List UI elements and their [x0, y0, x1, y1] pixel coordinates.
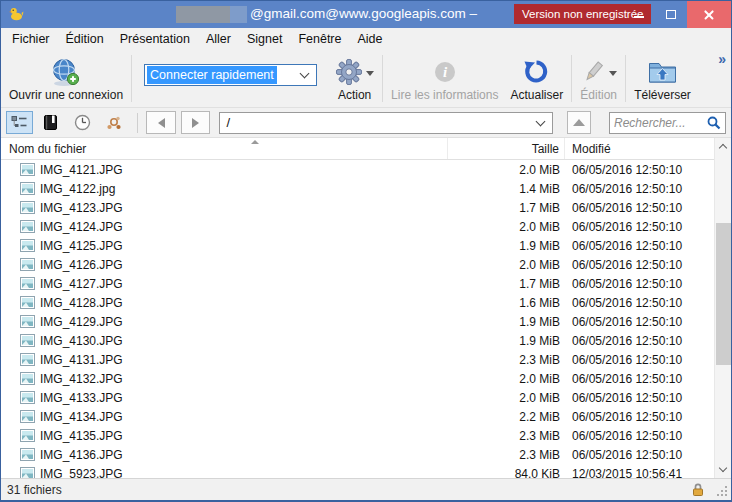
table-row[interactable]: IMG_4130.JPG1.9 MiB06/05/2016 12:50:10 [1, 331, 714, 350]
refresh-button[interactable]: Actualiser [504, 50, 569, 107]
sort-ascending-icon [251, 140, 259, 144]
file-modified: 06/05/2016 12:50:10 [565, 296, 714, 310]
image-file-icon [20, 239, 35, 252]
open-connection-button[interactable]: Ouvrir une connexion [3, 50, 129, 107]
column-header-modified[interactable]: Modifié [565, 138, 714, 159]
column-header-size[interactable]: Taille [448, 138, 565, 159]
back-button[interactable] [146, 111, 175, 134]
history-toggle[interactable] [69, 111, 96, 134]
table-row[interactable]: IMG_4123.JPG1.7 MiB06/05/2016 12:50:10 [1, 198, 714, 217]
table-row[interactable]: IMG_4132.JPG2.0 MiB06/05/2016 12:50:10 [1, 369, 714, 388]
file-modified: 06/05/2016 12:50:10 [565, 334, 714, 348]
file-modified: 06/05/2016 12:50:10 [565, 353, 714, 367]
table-row[interactable]: IMG_5923.JPG84.0 KiB12/03/2015 10:56:41 [1, 464, 714, 478]
table-row[interactable]: IMG_4121.JPG2.0 MiB06/05/2016 12:50:10 [1, 160, 714, 179]
file-size: 2.0 MiB [448, 258, 565, 272]
table-row[interactable]: IMG_4122.jpg1.4 MiB06/05/2016 12:50:10 [1, 179, 714, 198]
forward-button[interactable] [181, 111, 210, 134]
upload-button[interactable]: Téléverser [628, 50, 697, 107]
column-header-name[interactable]: Nom du fichier [1, 138, 448, 159]
file-size: 1.9 MiB [448, 239, 565, 253]
back-icon [158, 118, 165, 128]
maximize-button[interactable] [655, 1, 687, 28]
file-modified: 06/05/2016 12:50:10 [565, 391, 714, 405]
statusbar: 31 fichiers [1, 478, 731, 500]
search-input[interactable] [614, 116, 707, 130]
table-row[interactable]: IMG_4136.JPG2.3 MiB06/05/2016 12:50:10 [1, 445, 714, 464]
file-name: IMG_4134.JPG [40, 410, 123, 424]
forward-icon [192, 118, 199, 128]
edit-button[interactable]: Édition [574, 50, 623, 107]
menu-item[interactable]: Aide [350, 29, 391, 49]
table-row[interactable]: IMG_4133.JPG2.0 MiB06/05/2016 12:50:10 [1, 388, 714, 407]
navigation-bar: / [1, 108, 731, 138]
table-row[interactable]: IMG_4134.JPG2.2 MiB06/05/2016 12:50:10 [1, 407, 714, 426]
minimize-button[interactable] [623, 1, 655, 28]
image-file-icon [20, 258, 35, 271]
quick-connect-combobox[interactable]: Connecter rapidement [144, 64, 317, 86]
file-size: 1.7 MiB [448, 277, 565, 291]
scrollbar-thumb[interactable] [716, 223, 731, 365]
vertical-scrollbar[interactable] [714, 138, 731, 478]
file-size: 1.6 MiB [448, 296, 565, 310]
file-modified: 06/05/2016 12:50:10 [565, 258, 714, 272]
menu-item[interactable]: Présentation [112, 29, 198, 49]
scroll-up-button[interactable] [715, 138, 731, 155]
action-button[interactable]: Action [329, 50, 380, 107]
menu-item[interactable]: Aller [198, 29, 239, 49]
file-name: IMG_4135.JPG [40, 429, 123, 443]
chevron-down-icon [719, 464, 727, 472]
image-file-icon [20, 467, 35, 478]
image-file-icon [20, 220, 35, 233]
table-row[interactable]: IMG_4128.JPG1.6 MiB06/05/2016 12:50:10 [1, 293, 714, 312]
file-name: IMG_4122.jpg [40, 182, 115, 196]
outline-view-toggle[interactable] [6, 111, 33, 134]
path-combobox[interactable]: / [219, 112, 553, 134]
search-field[interactable] [609, 112, 726, 134]
table-row[interactable]: IMG_4129.JPG1.9 MiB06/05/2016 12:50:10 [1, 312, 714, 331]
file-name: IMG_4124.JPG [40, 220, 123, 234]
close-button[interactable] [687, 1, 731, 28]
search-icon [707, 116, 721, 130]
chevron-down-icon [609, 71, 617, 76]
go-up-button[interactable] [567, 111, 591, 134]
table-row[interactable]: IMG_4131.JPG2.3 MiB06/05/2016 12:50:10 [1, 350, 714, 369]
history-icon [74, 114, 91, 131]
toolbar-separator [625, 55, 626, 102]
action-label: Action [338, 88, 371, 102]
cyberduck-duck-icon [9, 6, 24, 21]
file-modified: 06/05/2016 12:50:10 [565, 201, 714, 215]
table-row[interactable]: IMG_4125.JPG1.9 MiB06/05/2016 12:50:10 [1, 236, 714, 255]
menu-item[interactable]: Fichier [4, 29, 58, 49]
scroll-down-button[interactable] [715, 461, 731, 478]
table-row[interactable]: IMG_4126.JPG2.0 MiB06/05/2016 12:50:10 [1, 255, 714, 274]
path-value: / [226, 115, 230, 130]
bookmarks-toggle[interactable] [38, 111, 65, 134]
file-modified: 06/05/2016 12:50:10 [565, 277, 714, 291]
bonjour-toggle[interactable] [101, 111, 128, 134]
image-file-icon [20, 448, 35, 461]
table-row[interactable]: IMG_4127.JPG1.7 MiB06/05/2016 12:50:10 [1, 274, 714, 293]
resize-grip[interactable] [717, 486, 728, 497]
table-row[interactable]: IMG_4135.JPG2.3 MiB06/05/2016 12:50:10 [1, 426, 714, 445]
file-size: 2.0 MiB [448, 372, 565, 386]
table-row[interactable]: IMG_4124.JPG2.0 MiB06/05/2016 12:50:10 [1, 217, 714, 236]
file-name: IMG_4128.JPG [40, 296, 123, 310]
image-file-icon [20, 391, 35, 404]
file-name: IMG_4127.JPG [40, 277, 123, 291]
file-size: 2.3 MiB [448, 448, 565, 462]
toolbar-overflow-chevron[interactable]: » [718, 51, 726, 67]
file-name: IMG_4130.JPG [40, 334, 123, 348]
refresh-icon [523, 55, 550, 88]
get-info-button[interactable]: i Lire les informations [385, 50, 504, 107]
menu-item[interactable]: Édition [58, 29, 112, 49]
file-modified: 06/05/2016 12:50:10 [565, 448, 714, 462]
chevron-down-icon [300, 69, 310, 79]
titlebar[interactable]: @gmail.com@www.googleapis.com – Version … [1, 1, 731, 28]
file-name: IMG_4125.JPG [40, 239, 123, 253]
menu-item[interactable]: Fenêtre [290, 29, 349, 49]
file-modified: 06/05/2016 12:50:10 [565, 315, 714, 329]
menu-item[interactable]: Signet [239, 29, 290, 49]
image-file-icon [20, 353, 35, 366]
file-list: IMG_4121.JPG2.0 MiB06/05/2016 12:50:10IM… [1, 160, 714, 478]
